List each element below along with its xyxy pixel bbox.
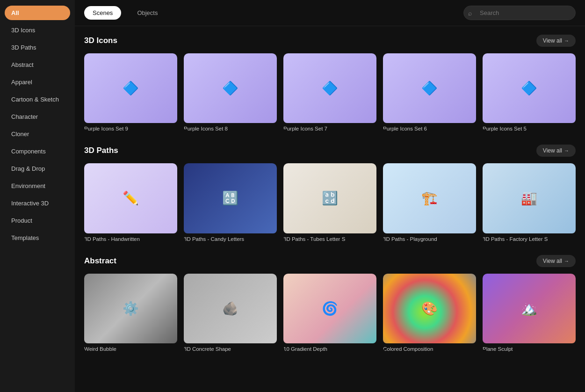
card-abstract-3[interactable]: 🎨Colored Composition [383, 274, 476, 352]
view-all-abstract[interactable]: View all → [536, 255, 576, 267]
card-label-3d-paths-4: 3D Paths - Factory Letter S [483, 236, 576, 242]
card-abstract-0[interactable]: ⚙️Weird Bubble [84, 274, 177, 352]
sidebar-item-components[interactable]: Components [5, 144, 70, 159]
card-thumb-2: 🔡 [283, 163, 376, 233]
sidebar-item-drag---drop[interactable]: Drag & Drop [5, 161, 70, 176]
card-label-abstract-4: Plane Sculpt [483, 346, 576, 352]
card-label-3d-paths-1: 3D Paths - Candy Letters [184, 236, 277, 242]
card-image-3d-icons-2: 🔷 [283, 53, 376, 123]
card-label-3d-icons-1: Purple Icons Set 8 [184, 126, 277, 131]
section-title-abstract: Abstract [84, 256, 116, 266]
section-header-3d-icons: 3D IconsView all → [84, 35, 576, 47]
card-3d-icons-4[interactable]: 🔷Purple Icons Set 5 [483, 53, 576, 131]
card-3d-paths-0[interactable]: ✏️3D Paths - Handwritten [84, 163, 177, 241]
card-abstract-1[interactable]: 🪨3D Concrete Shape [184, 274, 277, 352]
card-image-3d-paths-0: ✏️ [84, 163, 177, 233]
search-input[interactable] [463, 6, 576, 20]
card-abstract-2[interactable]: 🌀10 Gradient Depth [283, 274, 376, 352]
card-image-abstract-0: ⚙️ [84, 274, 177, 343]
card-3d-paths-2[interactable]: 🔡3D Paths - Tubes Letter S [283, 163, 376, 241]
card-image-3d-icons-4: 🔷 [483, 53, 576, 123]
sidebar-item-cloner[interactable]: Cloner [5, 127, 70, 141]
card-3d-paths-4[interactable]: 🏭3D Paths - Factory Letter S [483, 163, 576, 241]
card-3d-icons-1[interactable]: 🔷Purple Icons Set 8 [184, 53, 277, 131]
sidebar-item-interactive-3d[interactable]: Interactive 3D [5, 196, 70, 211]
card-thumb-0: ⚙️ [84, 274, 177, 343]
card-3d-paths-3[interactable]: 🏗️3D Paths - Playground [383, 163, 476, 241]
sidebar-item-product[interactable]: Product [5, 213, 70, 228]
sidebar-item-cartoon---sketch[interactable]: Cartoon & Sketch [5, 92, 70, 107]
view-all-3d-paths[interactable]: View all → [536, 145, 576, 157]
card-image-3d-icons-0: 🔷 [84, 53, 177, 123]
card-label-3d-icons-2: Purple Icons Set 7 [283, 126, 376, 131]
card-label-abstract-2: 10 Gradient Depth [283, 346, 376, 352]
card-thumb-1: 🔠 [184, 163, 277, 233]
card-image-3d-paths-4: 🏭 [483, 163, 576, 233]
sidebar-item-abstract[interactable]: Abstract [5, 58, 70, 72]
card-thumb-2: 🔷 [283, 53, 376, 123]
card-thumb-3: 🏗️ [383, 163, 476, 233]
section-header-3d-paths: 3D PathsView all → [84, 145, 576, 157]
section-title-3d-icons: 3D Icons [84, 36, 117, 45]
card-thumb-1: 🔷 [184, 53, 277, 123]
topbar: ScenesObjects ⌕ [75, 0, 585, 26]
sidebar-item-templates[interactable]: Templates [5, 231, 70, 245]
card-label-abstract-1: 3D Concrete Shape [184, 346, 277, 352]
card-image-3d-paths-1: 🔠 [184, 163, 277, 233]
card-image-abstract-2: 🌀 [283, 274, 376, 343]
card-label-3d-icons-4: Purple Icons Set 5 [483, 126, 576, 131]
card-3d-paths-1[interactable]: 🔠3D Paths - Candy Letters [184, 163, 277, 241]
sidebar-item-character[interactable]: Character [5, 109, 70, 124]
card-label-3d-paths-3: 3D Paths - Playground [383, 236, 476, 242]
card-image-abstract-4: 🏔️ [483, 274, 576, 343]
content-area: 3D IconsView all →🔷Purple Icons Set 9🔷Pu… [75, 26, 585, 392]
tab-objects[interactable]: Objects [129, 6, 166, 20]
card-label-abstract-0: Weird Bubble [84, 346, 177, 352]
card-3d-icons-2[interactable]: 🔷Purple Icons Set 7 [283, 53, 376, 131]
card-thumb-4: 🏔️ [483, 274, 576, 343]
card-label-abstract-3: Colored Composition [383, 346, 476, 352]
card-abstract-4[interactable]: 🏔️Plane Sculpt [483, 274, 576, 352]
section-header-abstract: AbstractView all → [84, 255, 576, 267]
card-label-3d-icons-0: Purple Icons Set 9 [84, 126, 177, 131]
sidebar-item-environment[interactable]: Environment [5, 179, 70, 193]
card-thumb-3: 🎨 [383, 274, 476, 343]
card-image-abstract-3: 🎨 [383, 274, 476, 343]
search-wrap: ⌕ [463, 6, 576, 20]
card-image-3d-paths-3: 🏗️ [383, 163, 476, 233]
section-3d-paths: 3D PathsView all →✏️3D Paths - Handwritt… [84, 145, 576, 241]
card-3d-icons-0[interactable]: 🔷Purple Icons Set 9 [84, 53, 177, 131]
card-image-3d-paths-2: 🔡 [283, 163, 376, 233]
card-image-abstract-1: 🪨 [184, 274, 277, 343]
sidebar-item-3d-icons[interactable]: 3D Icons [5, 23, 70, 37]
card-image-3d-icons-1: 🔷 [184, 53, 277, 123]
search-icon: ⌕ [468, 9, 472, 17]
sidebar-item-all[interactable]: All [5, 6, 70, 20]
sidebar-item-3d-paths[interactable]: 3D Paths [5, 40, 70, 55]
grid-3d-paths: ✏️3D Paths - Handwritten🔠3D Paths - Cand… [84, 163, 576, 241]
sidebar: All3D Icons3D PathsAbstractApparelCartoo… [0, 0, 75, 392]
grid-3d-icons: 🔷Purple Icons Set 9🔷Purple Icons Set 8🔷P… [84, 53, 576, 131]
view-all-3d-icons[interactable]: View all → [536, 35, 576, 47]
tab-scenes[interactable]: Scenes [84, 6, 121, 20]
card-3d-icons-3[interactable]: 🔷Purple Icons Set 6 [383, 53, 476, 131]
card-label-3d-paths-2: 3D Paths - Tubes Letter S [283, 236, 376, 242]
card-label-3d-paths-0: 3D Paths - Handwritten [84, 236, 177, 242]
card-thumb-0: 🔷 [84, 53, 177, 123]
card-thumb-1: 🪨 [184, 274, 277, 343]
card-thumb-4: 🏭 [483, 163, 576, 233]
card-thumb-0: ✏️ [84, 163, 177, 233]
section-title-3d-paths: 3D Paths [84, 146, 118, 155]
card-thumb-4: 🔷 [483, 53, 576, 123]
grid-abstract: ⚙️Weird Bubble🪨3D Concrete Shape🌀10 Grad… [84, 274, 576, 352]
main-area: ScenesObjects ⌕ 3D IconsView all →🔷Purpl… [75, 0, 585, 392]
card-thumb-3: 🔷 [383, 53, 476, 123]
card-label-3d-icons-3: Purple Icons Set 6 [383, 126, 476, 131]
section-3d-icons: 3D IconsView all →🔷Purple Icons Set 9🔷Pu… [84, 35, 576, 131]
card-image-3d-icons-3: 🔷 [383, 53, 476, 123]
card-thumb-2: 🌀 [283, 274, 376, 343]
sidebar-item-apparel[interactable]: Apparel [5, 75, 70, 89]
section-abstract: AbstractView all →⚙️Weird Bubble🪨3D Conc… [84, 255, 576, 352]
